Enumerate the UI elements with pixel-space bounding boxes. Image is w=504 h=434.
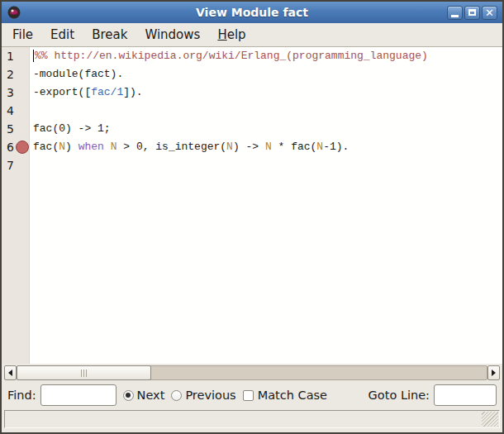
scrollbar-grip-icon xyxy=(81,370,88,377)
line-number: 4 xyxy=(7,103,14,118)
find-label: Find: xyxy=(7,389,36,402)
findbar: Find: Next Previous Match Case Goto Line… xyxy=(2,380,502,410)
code-segment: fac/1 xyxy=(91,86,123,98)
gutter-line[interactable]: 2 xyxy=(2,65,29,83)
gutter-line[interactable]: 4 xyxy=(2,102,29,120)
goto-line-label: Goto Line: xyxy=(368,389,430,402)
statusbar xyxy=(4,410,500,428)
breakpoint-marker[interactable] xyxy=(16,141,29,154)
menu-item-help[interactable]: Help xyxy=(211,24,252,45)
code-segment: N xyxy=(316,141,323,153)
code-segment: N xyxy=(265,141,272,153)
code-line xyxy=(33,102,502,120)
menu-item-file[interactable]: File xyxy=(6,24,40,45)
scroll-left-button[interactable] xyxy=(4,365,17,380)
gutter-line[interactable]: 3 xyxy=(2,83,29,102)
goto-line-input[interactable] xyxy=(434,384,497,406)
next-radio-label[interactable]: Next xyxy=(137,389,165,402)
line-number: 5 xyxy=(7,122,14,136)
previous-radio[interactable] xyxy=(171,390,182,401)
code-segment: ) xyxy=(65,141,78,153)
horizontal-scrollbar xyxy=(4,365,500,380)
code-line: fac(0) -> 1; xyxy=(33,120,502,138)
gutter-line[interactable]: 1 xyxy=(2,47,29,65)
close-icon: ✕ xyxy=(485,7,494,18)
code-segment: * fac( xyxy=(272,141,317,153)
code-segment: -1). xyxy=(323,141,349,153)
minimize-button[interactable] xyxy=(447,6,463,20)
code-segment: -module(fact). xyxy=(33,68,123,80)
maximize-icon xyxy=(468,9,476,16)
next-radio[interactable] xyxy=(123,390,134,401)
gutter-line[interactable]: 5 xyxy=(2,120,29,138)
menubar: FileEditBreakWindowsHelp xyxy=(2,23,502,47)
code-segment: > 0, is_integer( xyxy=(116,141,226,153)
code-segment: N xyxy=(226,141,233,153)
arrow-right-icon xyxy=(492,370,496,376)
code-line: fac(N) when N > 0, is_integer(N) -> N * … xyxy=(33,138,502,156)
line-number: 1 xyxy=(7,49,14,64)
line-number: 2 xyxy=(7,67,14,82)
scroll-right-button[interactable] xyxy=(487,365,500,380)
menu-item-windows[interactable]: Windows xyxy=(138,24,207,45)
code-line xyxy=(33,156,502,174)
code-line: %% http://en.wikipedia.org/wiki/Erlang_(… xyxy=(33,47,502,65)
gutter-line[interactable]: 7 xyxy=(2,156,29,174)
code-segment: fac( xyxy=(33,141,59,153)
code-pane[interactable]: %% http://en.wikipedia.org/wiki/Erlang_(… xyxy=(31,47,502,174)
maximize-button[interactable] xyxy=(464,6,480,20)
code-segment: fac(0) -> 1; xyxy=(33,122,111,135)
code-line: -module(fact). xyxy=(33,65,502,83)
resize-grip[interactable] xyxy=(482,412,498,427)
line-number: 6 xyxy=(7,140,14,155)
code-line: -export([fac/1]). xyxy=(33,83,502,102)
code-segment xyxy=(104,141,111,153)
minimize-icon xyxy=(451,15,459,17)
find-input[interactable] xyxy=(40,384,116,406)
match-case-checkbox[interactable] xyxy=(243,390,254,401)
code-segment: ]). xyxy=(123,86,142,98)
code-segment: N xyxy=(59,141,65,153)
gutter-line[interactable]: 6 xyxy=(2,138,29,156)
view-module-window: View Module fact ✕ FileEditBreakWindowsH… xyxy=(0,0,504,434)
scrollbar-thumb[interactable] xyxy=(17,365,151,380)
menu-item-break[interactable]: Break xyxy=(85,24,134,45)
line-number: 7 xyxy=(7,158,14,173)
menu-item-edit[interactable]: Edit xyxy=(44,24,81,45)
code-view: 1234567 %% http://en.wikipedia.org/wiki/… xyxy=(2,47,502,364)
window-title: View Module fact xyxy=(2,6,502,19)
code-segment: ) -> xyxy=(233,141,265,153)
app-icon xyxy=(7,5,21,20)
line-number-gutter[interactable]: 1234567 xyxy=(2,47,30,364)
titlebar[interactable]: View Module fact ✕ xyxy=(2,2,502,23)
match-case-label[interactable]: Match Case xyxy=(258,389,327,402)
code-segment: when xyxy=(78,141,104,153)
code-segment: %% http://en.wikipedia.org/wiki/Erlang_(… xyxy=(35,50,428,62)
close-button[interactable]: ✕ xyxy=(482,6,497,20)
line-number: 3 xyxy=(7,85,14,100)
text-cursor xyxy=(33,50,34,62)
previous-radio-label[interactable]: Previous xyxy=(185,389,235,402)
arrow-left-icon xyxy=(8,370,12,376)
code-segment: -export([ xyxy=(33,86,91,98)
